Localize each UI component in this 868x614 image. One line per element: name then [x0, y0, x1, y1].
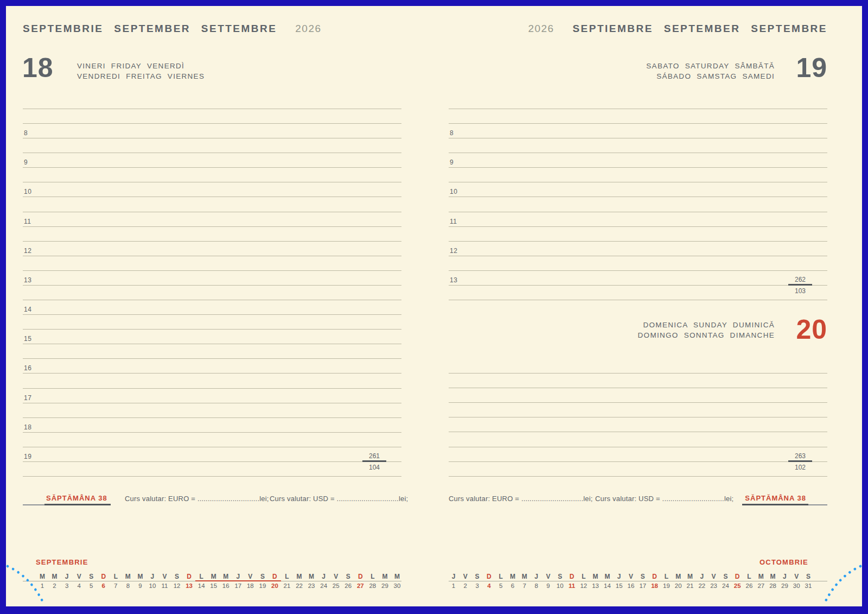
rule-line — [449, 447, 827, 447]
calendar-date-cell: 19 — [660, 583, 673, 589]
currency-euro-right: Curs valutar: EURO = ...................… — [449, 495, 593, 503]
hour-label: 10 — [450, 188, 457, 195]
day19-names-line2: SÁBADO SAMSTAG SAMEDI — [646, 71, 775, 81]
hour-label: 12 — [450, 247, 457, 255]
currency-euro-left: Curs valutar: EURO = ...................… — [125, 495, 269, 503]
rule-line — [23, 447, 401, 447]
calendar-weekday-cell: L — [660, 573, 673, 580]
calendar-date-cell: 17 — [636, 583, 649, 589]
rule-line — [23, 153, 401, 153]
calendar-weekday-cell: D — [648, 573, 661, 580]
calendar-date-cell: 20 — [672, 583, 685, 589]
day-of-year-number: 263 — [788, 452, 812, 460]
rule-line — [23, 300, 401, 300]
rule-line — [23, 476, 401, 477]
calendar-weekday-cell: D — [97, 573, 110, 580]
calendar-date-cell: 12 — [577, 583, 590, 589]
calendar-weekday-cell: M — [684, 573, 697, 580]
calendar-date-cell: 2 — [459, 583, 472, 589]
calendar-weekday-cell: V — [329, 573, 342, 580]
calendar-weekday-cell: J — [60, 573, 73, 580]
calendar-date-cell: 23 — [707, 583, 720, 589]
week-number-left: SĂPTĂMÂNA 38 — [46, 494, 107, 502]
calendar-date-cell: 13 — [589, 583, 602, 589]
calendar-weekday-cell: D — [268, 573, 281, 580]
calendar-weekday-cell: S — [170, 573, 183, 580]
rule-line — [23, 417, 401, 418]
day18-names-line1: VINERI FRIDAY VENERDÌ — [77, 61, 205, 71]
calendar-weekday-cell: V — [158, 573, 171, 580]
rule-line — [23, 314, 401, 315]
rule-line — [23, 344, 401, 344]
hour-label: 17 — [24, 394, 31, 402]
rule-line — [449, 153, 827, 153]
rule-line — [449, 417, 827, 417]
calendar-date-cell: 2 — [48, 583, 61, 589]
calendar-weekday-cell: D — [565, 573, 578, 580]
calendar-date-cell: 6 — [506, 583, 519, 589]
rule-line — [23, 109, 401, 109]
hour-label: 14 — [24, 306, 31, 313]
calendar-date-cell: 1 — [447, 583, 460, 589]
rule-line — [449, 300, 827, 300]
calendar-weekday-cell: M — [293, 573, 306, 580]
hour-label: 16 — [24, 364, 31, 372]
calendar-date-cell: 6 — [97, 583, 110, 589]
calendar-date-cell: 24 — [317, 583, 330, 589]
hour-label: 8 — [450, 129, 454, 137]
diary-spread: SEPTEMBRIE SEPTEMBER SETTEMBRE 2026 2026… — [0, 0, 868, 614]
header-left-year: 2026 — [295, 23, 321, 34]
calendar-weekday-cell: S — [802, 573, 815, 580]
calendar-date-cell: 19 — [256, 583, 269, 589]
days-remaining-number: 102 — [788, 464, 812, 471]
calendar-current-week-underline — [195, 580, 281, 582]
calendar-weekday-cell: J — [232, 573, 245, 580]
calendar-weekday-cell: L — [280, 573, 293, 580]
calendar-date-cell: 25 — [329, 583, 342, 589]
calendar-rule — [449, 581, 827, 581]
hour-label: 10 — [24, 188, 31, 195]
week-rule-right — [808, 504, 827, 505]
calendar-weekday-cell: M — [48, 573, 61, 580]
calendar-weekday-cell: M — [378, 573, 391, 580]
calendar-date-cell: 7 — [518, 583, 531, 589]
rule-line — [449, 402, 827, 403]
rule-line — [449, 476, 827, 477]
calendar-date-cell: 27 — [755, 583, 768, 589]
mini-calendar-september: SEPTEMBRIE MMJVSDLMMJVSDLMMJVSDLMMJVSDLM… — [23, 558, 401, 593]
currency-usd-left: Curs valutar: USD = ....................… — [270, 495, 408, 503]
hour-label: 12 — [24, 247, 31, 255]
calendar-date-cell: 21 — [280, 583, 293, 589]
calendar-date-cell: 22 — [293, 583, 306, 589]
week-underline-left — [44, 504, 111, 505]
calendar-date-cell: 10 — [553, 583, 566, 589]
mini-calendar-october: OCTOMBRIE JVSDLMMJVSDLMMJVSDLMMJVSDLMMJV… — [449, 558, 827, 593]
rule-line — [23, 256, 401, 256]
calendar-weekday-cell: M — [219, 573, 232, 580]
calendar-weekday-cell: S — [636, 573, 649, 580]
calendar-date-cell: 28 — [767, 583, 780, 589]
calendar-weekday-cell: S — [471, 573, 484, 580]
calendar-weekday-cell: M — [506, 573, 519, 580]
calendar-date-cell: 9 — [133, 583, 146, 589]
rule-line — [23, 212, 401, 212]
calendar-date-cell: 12 — [170, 583, 183, 589]
calendar-date-cell: 3 — [471, 583, 484, 589]
days-remaining-number: 104 — [362, 464, 386, 471]
hour-label: 13 — [450, 276, 457, 284]
day19-hour-grid: 8910111213262103 — [449, 109, 827, 302]
calendar-weekday-cell: V — [541, 573, 554, 580]
calendar-date-cell: 24 — [719, 583, 732, 589]
calendar-weekday-cell: S — [85, 573, 98, 580]
day20-names: DOMENICA SUNDAY DUMINICĂ DOMINGO SONNTAG… — [638, 320, 775, 340]
calendar-weekday-cell: L — [577, 573, 590, 580]
calendar-date-cell: 18 — [648, 583, 661, 589]
calendar-weekday-cell: D — [482, 573, 495, 580]
rule-line — [23, 373, 401, 374]
calendar-date-cell: 26 — [342, 583, 355, 589]
rule-line — [449, 270, 827, 271]
week-rule-left — [23, 504, 44, 505]
calendar-weekday-cell: M — [133, 573, 146, 580]
calendar-date-cell: 25 — [731, 583, 744, 589]
calendar-date-cell: 5 — [85, 583, 98, 589]
